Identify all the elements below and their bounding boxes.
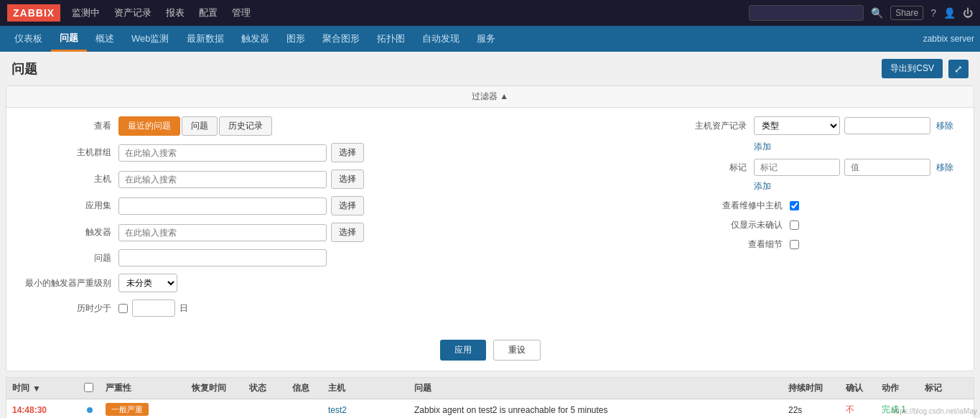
nav-assets[interactable]: 资产记录: [114, 6, 151, 19]
status-dot: [87, 407, 93, 413]
row-checkbox-cell: [84, 407, 106, 413]
host-asset-select[interactable]: 类型 类型1 类型2: [754, 116, 840, 135]
maintenance-label: 查看维修中主机: [689, 200, 783, 212]
col-header-check: [84, 383, 106, 394]
detail-label: 查看细节: [689, 238, 783, 251]
nav-services[interactable]: 服务: [468, 26, 504, 52]
user-icon[interactable]: 👤: [943, 7, 956, 19]
reset-button[interactable]: 重设: [493, 340, 541, 361]
filter-body: 查看 最近的问题 问题 历史记录 主机群组 选择 主机 选择: [6, 108, 974, 333]
col-header-actions: 动作: [882, 382, 925, 394]
nav-config[interactable]: 配置: [199, 6, 218, 19]
search-input[interactable]: [749, 5, 864, 21]
severity-select[interactable]: 未分类 信息 警告 一般严重 严重 灾难: [118, 274, 177, 292]
problems-table: 时间 ▼ 严重性 恢复时间 状态 信息 主机 问题 持续时间 确认 动作 标记 …: [6, 377, 974, 418]
share-button[interactable]: Share: [890, 6, 923, 20]
tag-key-input[interactable]: [754, 159, 840, 176]
help-icon[interactable]: ?: [930, 7, 936, 19]
row-host[interactable]: test2: [328, 405, 414, 415]
row-ack[interactable]: 不: [846, 404, 882, 416]
nav-graphs[interactable]: 图形: [278, 26, 314, 52]
col-header-time[interactable]: 时间 ▼: [12, 382, 84, 394]
nav-triggers[interactable]: 触发器: [233, 26, 278, 52]
nav-topology[interactable]: 拓扑图: [368, 26, 414, 52]
unack-row: 仅显示未确认: [689, 219, 962, 231]
tab-recent[interactable]: 最近的问题: [118, 116, 180, 136]
detail-row: 查看细节: [689, 238, 962, 251]
row-time: 14:48:30: [12, 405, 84, 415]
ack-link[interactable]: 不: [846, 404, 854, 414]
table-row: 14:48:30 一般严重 test2 Zabbix agent on test…: [6, 399, 974, 418]
watermark: https://blog.csdn.net/iaMay: [892, 407, 977, 415]
host-asset-value-input[interactable]: [844, 117, 930, 134]
secondary-navbar: 仪表板 问题 概述 Web监测 最新数据 触发器 图形 聚合图形 拓扑图 自动发…: [0, 26, 980, 52]
time-value: 14:48:30: [12, 405, 47, 415]
app-select-button[interactable]: 选择: [331, 196, 364, 215]
host-asset-add-link[interactable]: 添加: [754, 141, 771, 152]
filter-hostgroup-row: 主机群组 选择: [18, 143, 675, 162]
hostgroup-select-button[interactable]: 选择: [331, 143, 364, 162]
view-tab-group: 最近的问题 问题 历史记录: [118, 116, 272, 136]
host-asset-remove-link[interactable]: 移除: [936, 120, 953, 132]
trigger-label: 触发器: [18, 226, 111, 238]
hostgroup-input[interactable]: [118, 144, 327, 162]
filter-age-row: 历时少于 14 日: [18, 299, 675, 317]
app-input[interactable]: [118, 198, 327, 215]
tab-problems[interactable]: 问题: [182, 116, 218, 136]
severity-label: 最小的触发器严重级别: [18, 277, 111, 289]
filter-actions: 应用 重设: [6, 333, 974, 371]
age-input[interactable]: 14: [132, 299, 175, 317]
host-asset-label: 主机资产记录: [689, 120, 747, 132]
search-icon[interactable]: 🔍: [871, 7, 883, 19]
filter-severity-row: 最小的触发器严重级别 未分类 信息 警告 一般严重 严重 灾难: [18, 274, 675, 292]
col-header-info: 信息: [292, 382, 328, 394]
nav-screens[interactable]: 聚合图形: [314, 26, 368, 52]
nav-monitor[interactable]: 监测中: [72, 6, 100, 19]
detail-checkbox[interactable]: [790, 240, 799, 249]
page-title: 问题: [11, 60, 37, 78]
select-all-checkbox[interactable]: [84, 383, 93, 392]
tab-history[interactable]: 历史记录: [219, 116, 272, 136]
problem-label: 问题: [18, 252, 111, 264]
top-nav-menu: 监测中 资产记录 报表 配置 管理: [72, 6, 749, 19]
age-checkbox[interactable]: [118, 304, 128, 313]
sort-icon: ▼: [32, 384, 41, 394]
maintenance-checkbox[interactable]: [790, 201, 799, 210]
col-header-ack: 确认: [846, 382, 882, 394]
nav-latest[interactable]: 最新数据: [178, 26, 233, 52]
col-header-status: 状态: [249, 382, 292, 394]
col-header-tags: 标记: [925, 382, 968, 394]
export-csv-button[interactable]: 导出到CSV: [882, 59, 943, 78]
expand-button[interactable]: ⤢: [948, 60, 969, 78]
hostgroup-label: 主机群组: [18, 147, 111, 159]
col-header-duration: 持续时间: [788, 382, 846, 394]
filter-trigger-row: 触发器 选择: [18, 223, 675, 242]
row-duration: 22s: [788, 405, 846, 415]
nav-admin[interactable]: 管理: [232, 6, 251, 19]
filter-app-row: 应用集 选择: [18, 196, 675, 215]
tag-value-input[interactable]: [844, 159, 930, 176]
unack-label: 仅显示未确认: [689, 219, 783, 231]
host-input[interactable]: [118, 171, 327, 188]
apply-button[interactable]: 应用: [440, 340, 486, 361]
trigger-select-button[interactable]: 选择: [331, 223, 364, 242]
unack-checkbox[interactable]: [790, 220, 799, 230]
host-select-button[interactable]: 选择: [331, 169, 364, 189]
top-navbar: ZABBIX 监测中 资产记录 报表 配置 管理 🔍 Share ? 👤 ⏻: [0, 0, 980, 26]
nav-reports[interactable]: 报表: [166, 6, 185, 19]
power-icon[interactable]: ⏻: [963, 7, 973, 19]
nav-dashboard[interactable]: 仪表板: [6, 26, 51, 52]
col-header-host: 主机: [328, 382, 414, 394]
trigger-input[interactable]: [118, 224, 327, 241]
problem-input[interactable]: [118, 249, 327, 266]
nav-problems[interactable]: 问题: [51, 26, 87, 52]
zabbix-logo[interactable]: ZABBIX: [7, 4, 60, 22]
filter-header[interactable]: 过滤器 ▲: [6, 86, 974, 108]
age-suffix: 日: [179, 302, 188, 315]
nav-webmon[interactable]: Web监测: [123, 26, 178, 52]
col-header-recovery: 恢复时间: [192, 382, 249, 394]
nav-discovery[interactable]: 自动发现: [414, 26, 468, 52]
nav-overview[interactable]: 概述: [87, 26, 123, 52]
tag-add-link[interactable]: 添加: [754, 181, 771, 191]
tag-remove-link[interactable]: 移除: [936, 162, 953, 174]
